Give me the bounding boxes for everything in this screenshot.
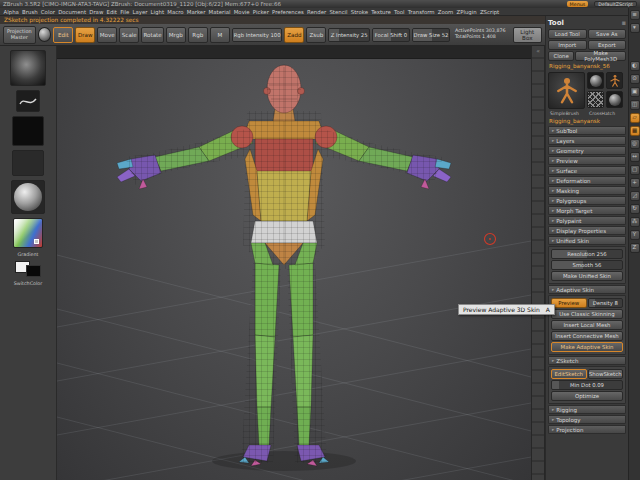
frame-icon[interactable]: ▢ xyxy=(630,165,640,175)
smooth-slider[interactable]: Smooth 56 xyxy=(551,260,623,270)
optimize-button[interactable]: Optimize xyxy=(551,391,623,401)
canvas-viewport[interactable] xyxy=(57,46,531,480)
section-unified-skin[interactable]: Unified Skin xyxy=(548,236,626,245)
scale-mode-button[interactable]: Scale xyxy=(119,27,139,43)
preview-adaptive-skin-button[interactable]: Preview xyxy=(551,298,587,308)
menu-document[interactable]: Document xyxy=(57,9,88,15)
section-masking[interactable]: Masking xyxy=(548,186,626,195)
min-dot-slider[interactable]: Min Dot 0.09 xyxy=(551,380,623,390)
section-subtool[interactable]: SubTool xyxy=(548,126,626,135)
menu-material[interactable]: Material xyxy=(207,9,232,15)
move-mode-button[interactable]: Move xyxy=(97,27,117,43)
zsub-button[interactable]: Zsub xyxy=(306,27,326,43)
alpha-selector[interactable] xyxy=(12,116,44,146)
canvas-model[interactable] xyxy=(57,59,531,480)
section-polygroups[interactable]: Polygroups xyxy=(548,196,626,205)
actual-size-icon[interactable]: ▣ xyxy=(630,87,640,97)
tray-toggle-icon[interactable]: « xyxy=(536,48,540,480)
rotate-icon[interactable]: ↻ xyxy=(630,204,640,214)
zoom-icon[interactable]: ⊙ xyxy=(630,74,640,84)
texture-selector[interactable] xyxy=(12,150,44,176)
z-intensity-slider[interactable]: Z Intensity 25 xyxy=(328,28,370,42)
menu-alpha[interactable]: Alpha xyxy=(2,9,21,15)
insert-local-mesh-button[interactable]: Insert Local Mesh xyxy=(551,320,623,330)
focal-shift-slider[interactable]: Focal Shift 0 xyxy=(372,28,410,42)
gradient-label[interactable]: Gradient xyxy=(18,252,39,257)
section-surface[interactable]: Surface xyxy=(548,166,626,175)
persp-icon[interactable]: ▱ xyxy=(630,113,640,123)
density-slider[interactable]: Density 8 xyxy=(588,298,624,308)
menu-layer[interactable]: Layer xyxy=(131,9,149,15)
menu-zplugin[interactable]: ZPlugin xyxy=(455,9,478,15)
menu-zoom[interactable]: Zoom xyxy=(436,9,455,15)
edit-mode-button[interactable]: Edit xyxy=(53,27,73,43)
section-polypaint[interactable]: Polypaint xyxy=(548,216,626,225)
make-adaptive-skin-button[interactable]: Make Adaptive Skin xyxy=(551,342,623,352)
menu-stencil[interactable]: Stencil xyxy=(328,9,349,15)
stroke-selector[interactable] xyxy=(16,90,40,112)
color-picker[interactable] xyxy=(13,218,43,248)
scroll-icon[interactable]: ◐ xyxy=(630,61,640,71)
tray-arrow-icon[interactable]: ▾ xyxy=(630,23,640,33)
local-icon[interactable]: ◎ xyxy=(630,139,640,149)
section-projection[interactable]: Projection xyxy=(548,425,626,434)
import-button[interactable]: Import xyxy=(548,40,587,50)
menu-movie[interactable]: Movie xyxy=(232,9,251,15)
mrgb-button[interactable]: Mrgb xyxy=(166,27,186,43)
clone-button[interactable]: Clone xyxy=(548,51,574,61)
y-axis-icon[interactable]: Y xyxy=(630,230,640,240)
section-deformation[interactable]: Deformation xyxy=(548,176,626,185)
floor-icon[interactable]: ▦ xyxy=(630,126,640,136)
section-preview[interactable]: Preview xyxy=(548,156,626,165)
figure-tool-thumbnail[interactable] xyxy=(606,72,623,89)
menu-tool[interactable]: Tool xyxy=(393,9,407,15)
menu-light[interactable]: Light xyxy=(149,9,166,15)
menu-zscript[interactable]: ZScript xyxy=(478,9,501,15)
menu-edit[interactable]: Edit xyxy=(105,9,119,15)
resolution-slider[interactable]: Resolution 256 xyxy=(551,249,623,259)
brush-selector[interactable] xyxy=(10,50,46,86)
menus-toggle-button[interactable]: Menus xyxy=(567,1,589,7)
menu-brush[interactable]: Brush xyxy=(21,9,40,15)
switch-color-swatches[interactable] xyxy=(15,261,41,277)
use-classic-skinning-button[interactable]: Use Classic Skinning xyxy=(551,309,623,319)
make-unified-skin-button[interactable]: Make Unified Skin xyxy=(551,271,623,281)
section-geometry[interactable]: Geometry xyxy=(548,146,626,155)
z-axis-icon[interactable]: Z xyxy=(630,243,640,253)
section-topology[interactable]: Topology xyxy=(548,415,626,424)
lightbox-button[interactable]: Light Box xyxy=(513,27,542,43)
move-icon[interactable]: + xyxy=(630,178,640,188)
menu-file[interactable]: File xyxy=(119,9,131,15)
section-adaptive-skin[interactable]: Adaptive Skin xyxy=(548,285,626,294)
section-layers[interactable]: Layers xyxy=(548,136,626,145)
menu-preferences[interactable]: Preferences xyxy=(271,9,306,15)
switch-color-label[interactable]: SwitchColor xyxy=(14,281,42,286)
xyz-icon[interactable]: ⁂ xyxy=(630,217,640,227)
canvas-document[interactable] xyxy=(57,58,531,480)
zadd-button[interactable]: Zadd xyxy=(284,27,304,43)
current-tool-thumbnail[interactable] xyxy=(548,72,585,109)
menu-draw[interactable]: Draw xyxy=(88,9,105,15)
menu-picker[interactable]: Picker xyxy=(251,9,270,15)
default-zscript-button[interactable]: DefaultZScript xyxy=(594,1,637,7)
draw-mode-button[interactable]: Draw xyxy=(75,27,95,43)
rotate-mode-button[interactable]: Rotate xyxy=(141,27,164,43)
menu-marker[interactable]: Marker xyxy=(185,9,207,15)
projection-master-button[interactable]: Projection Master xyxy=(3,26,36,44)
menu-stroke[interactable]: Stroke xyxy=(349,9,369,15)
l-sym-icon[interactable]: ↔ xyxy=(630,152,640,162)
save-as-button[interactable]: Save As xyxy=(588,29,627,39)
palette-menu-icon[interactable]: ≡ xyxy=(621,20,626,26)
sphere-tool-thumbnail[interactable] xyxy=(606,91,623,108)
section-rigging[interactable]: Rigging xyxy=(548,405,626,414)
show-sketch-button[interactable]: ShowSketch xyxy=(588,369,624,379)
draw-size-slider[interactable]: Draw Size 52 xyxy=(412,28,450,42)
load-tool-button[interactable]: Load Tool xyxy=(548,29,587,39)
menu-macro[interactable]: Macro xyxy=(166,9,186,15)
tray-divider[interactable]: « xyxy=(531,46,545,480)
rgb-button[interactable]: Rgb xyxy=(188,27,208,43)
edit-sketch-button[interactable]: EditSketch xyxy=(551,369,587,379)
export-button[interactable]: Export xyxy=(588,40,627,50)
m-button[interactable]: M xyxy=(210,27,230,43)
crosshatch-thumbnail[interactable] xyxy=(587,91,604,108)
